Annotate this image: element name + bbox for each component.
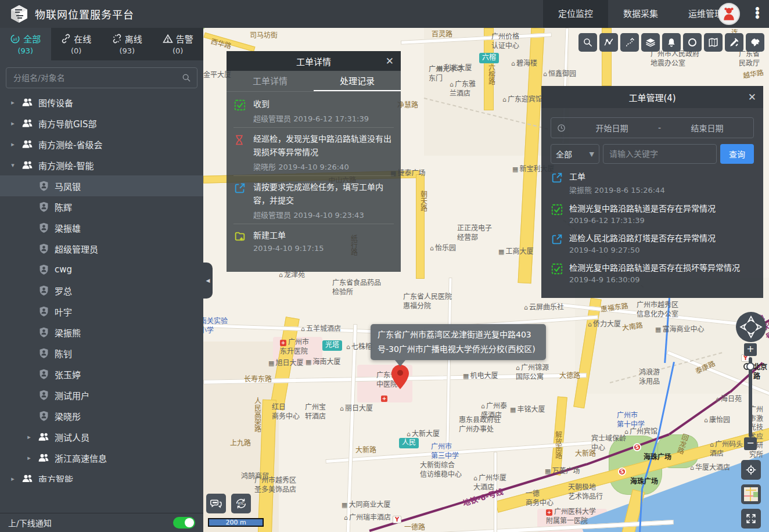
search-icon[interactable]: [182, 73, 191, 82]
close-icon[interactable]: ✕: [386, 56, 394, 66]
map-tool-circle-icon[interactable]: [683, 33, 702, 52]
zoom-out-button[interactable]: −: [744, 437, 757, 450]
landmark-icon: ⌂: [543, 70, 547, 78]
tree-item-label: 梁振雄: [55, 222, 81, 234]
online-notify-toggle[interactable]: [173, 517, 195, 529]
workorder-title: 检测光复中路沿路轨道是否存在异常情况: [569, 203, 716, 214]
tree-user-item[interactable]: 梁晓彤: [0, 405, 203, 426]
workorder-list-item[interactable]: 工单梁振熊 2019-8-6 15:26:44: [551, 171, 754, 195]
status-tab[interactable]: all全部(93): [0, 28, 51, 60]
map-tool-search-icon[interactable]: [578, 33, 597, 52]
map-tool-route-icon[interactable]: [620, 33, 639, 52]
hospital-cross-icon: +: [381, 396, 387, 402]
sidebar-collapse-handle[interactable]: ◀: [203, 263, 213, 299]
status-tab[interactable]: 告警(0): [153, 28, 204, 60]
map-tool-bell-icon[interactable]: [662, 33, 681, 52]
landmark-icon: ⌂: [624, 428, 628, 436]
landmark-icon: ⌂: [524, 304, 528, 311]
map-label: 广州宝 轩酒店: [305, 403, 326, 421]
hospital-cross-icon: +: [280, 340, 286, 346]
compass-pan-control[interactable]: [736, 312, 766, 342]
tree-user-item[interactable]: 梁振雄: [0, 217, 203, 238]
start-date-placeholder[interactable]: 开始日期: [566, 122, 658, 134]
user-shield-icon: [37, 264, 50, 275]
workorder-list-item[interactable]: 巡检人民北路沿路灯塔是否存在异常情况2019-4-10 9:27:50: [551, 232, 754, 254]
tree-user-item[interactable]: 马凤银: [0, 175, 203, 196]
tree-user-item[interactable]: 张玉婷: [0, 364, 203, 384]
map-label: 广州市越秀区 圣多美饰品店: [254, 476, 296, 494]
landmark-icon: ⌂: [450, 81, 454, 88]
tree-user-item[interactable]: 陈钊: [0, 343, 203, 364]
tree-user-item[interactable]: 陈辉: [0, 196, 203, 217]
close-icon[interactable]: ✕: [748, 92, 756, 102]
locate-button[interactable]: [741, 460, 761, 480]
building-icon: ▦: [545, 468, 551, 475]
tree-caret-icon[interactable]: ▸: [9, 475, 16, 483]
metro-logo-icon: Y: [393, 516, 401, 523]
tab-label: 离线: [125, 33, 142, 45]
tree-group-item[interactable]: ▸南方智能: [0, 468, 203, 482]
check-icon: [551, 203, 563, 225]
workorder-list-item[interactable]: 检测光复中路沿路轨道是否存在损坏等异常情况2019-4-9 16:30:09: [551, 262, 754, 284]
map-tool-china-icon[interactable]: [746, 33, 764, 52]
record-meta: 超级管理员 2019-4-10 9:23:43: [253, 209, 394, 220]
end-date-placeholder[interactable]: 结束日期: [661, 122, 753, 134]
fullscreen-button[interactable]: [741, 509, 761, 529]
landmark-icon: ⌂: [716, 396, 720, 403]
map-label: ▦富海商业中心: [655, 325, 704, 335]
tree-caret-icon[interactable]: ▸: [9, 141, 16, 148]
tree-user-item[interactable]: 测试用户: [0, 384, 203, 405]
nav-item[interactable]: 定位监控: [543, 0, 608, 28]
group-icon: [37, 432, 50, 442]
map-tool-layers-icon[interactable]: [641, 33, 660, 52]
map-tool-edit-icon[interactable]: [725, 33, 743, 52]
tree-group-item[interactable]: ▸浙江高速信息: [0, 447, 203, 468]
status-tab[interactable]: 在线(0): [51, 28, 102, 60]
tree-user-item[interactable]: 罗总: [0, 280, 203, 301]
status-tab[interactable]: 离线(93): [102, 28, 153, 60]
nav-item[interactable]: 数据采集: [608, 0, 673, 28]
date-range-picker[interactable]: 开始日期 - 结束日期: [551, 117, 754, 138]
tree-group-item[interactable]: ▸南方导航GIS部: [0, 113, 203, 134]
tree-caret-icon[interactable]: ▸: [9, 99, 16, 106]
tree-group-item[interactable]: ▸南方测绘-省级会: [0, 134, 203, 154]
query-button[interactable]: 查询: [720, 144, 754, 164]
dialog-tab[interactable]: 工单详情: [227, 71, 314, 91]
map-label: ⌂广州锦源 国际公寓: [516, 364, 549, 382]
landmark-icon: ⌂: [340, 405, 344, 412]
landmark-icon: ⌂: [588, 321, 592, 328]
check-icon: [233, 98, 247, 124]
tree-item-label: 超级管理员: [55, 243, 98, 255]
map-label: 广东省 民政厅: [739, 50, 760, 68]
more-menu-icon[interactable]: •••: [753, 8, 762, 20]
zoom-in-button[interactable]: +: [744, 343, 757, 356]
map-label: 广州市人民政府 地震办公室: [651, 50, 699, 68]
zoom-slider-handle[interactable]: [746, 362, 754, 371]
tree-caret-icon[interactable]: ▸: [9, 120, 16, 127]
minimap-button[interactable]: [741, 484, 761, 504]
tree-user-item[interactable]: 叶宇: [0, 301, 203, 322]
tree-caret-icon[interactable]: ▸: [26, 454, 33, 462]
workorder-list-item[interactable]: 检测光复中路沿路轨道是否存在异常情况2019-6-12 17:31:39: [551, 203, 754, 225]
map-tool-track-icon[interactable]: [599, 33, 618, 52]
user-avatar[interactable]: [718, 3, 740, 25]
message-button[interactable]: [206, 494, 226, 513]
keyword-input[interactable]: [603, 145, 716, 163]
tree-user-item[interactable]: cwg: [0, 259, 203, 280]
map-label: 上九路: [230, 439, 251, 448]
tree-group-item[interactable]: ▸测试人员: [0, 426, 203, 447]
tree-caret-icon[interactable]: ▸: [26, 433, 33, 441]
search-input[interactable]: [6, 68, 197, 88]
type-select[interactable]: 全部 ▼: [551, 144, 599, 164]
tree-caret-icon[interactable]: ▾: [9, 161, 16, 169]
tree-user-item[interactable]: 梁振熊: [0, 322, 203, 343]
tree-group-item[interactable]: ▾南方测绘-智能: [0, 154, 203, 175]
location-pin-icon[interactable]: [391, 365, 409, 391]
tree-group-item[interactable]: ▸图传设备: [0, 92, 203, 113]
rtc-button[interactable]: RTC: [231, 494, 251, 513]
tree-user-item[interactable]: 超级管理员: [0, 238, 203, 259]
dialog-tab[interactable]: 处理记录: [314, 71, 401, 91]
map-tool-map-icon[interactable]: [704, 33, 723, 52]
map-label: 红日 商务中心: [272, 403, 300, 421]
map-badge-label: 人民: [399, 438, 419, 448]
